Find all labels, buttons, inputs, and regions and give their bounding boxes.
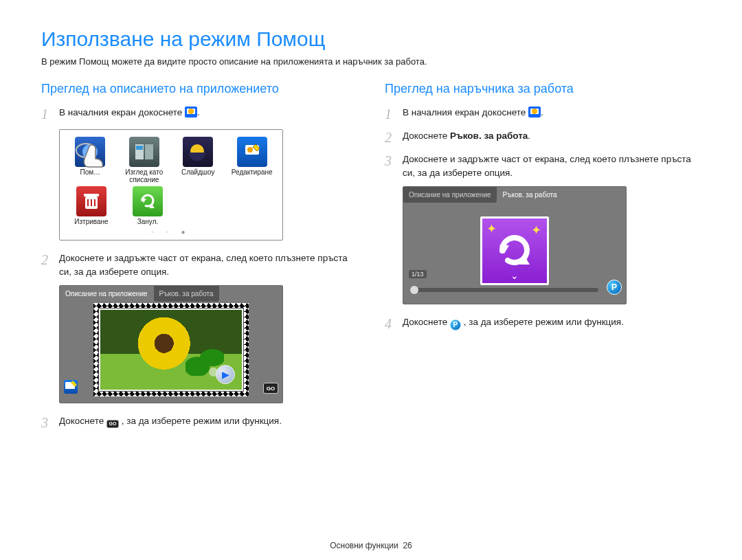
- sparkle-icon: ✦: [486, 221, 497, 236]
- svg-rect-7: [136, 146, 143, 150]
- step-number: 3: [385, 153, 403, 179]
- app-label: Слайдшоу: [175, 168, 222, 176]
- help-icon: [185, 107, 197, 117]
- step-text-part: Докоснете: [403, 131, 450, 141]
- app-label: Изглед като списание: [121, 168, 168, 183]
- svg-rect-12: [84, 194, 99, 197]
- svg-point-10: [247, 147, 253, 153]
- refresh-icon: [494, 230, 535, 271]
- left-heading: Преглед на описанието на приложението: [41, 82, 357, 96]
- chevron-down-icon: ⌄: [403, 270, 626, 280]
- left-step-1: 1 В началния екран докоснете .: [41, 106, 357, 122]
- step-number: 1: [41, 106, 59, 122]
- step-text: В началния екран докоснете .: [403, 106, 543, 122]
- step-text: В началния екран докоснете .: [59, 106, 200, 122]
- step-text-part: В началния екран докоснете: [403, 107, 528, 117]
- help-app-icon: [75, 137, 105, 167]
- step-number: 3: [41, 414, 59, 431]
- magazine-app-icon: [129, 137, 159, 167]
- help-icon: [528, 107, 541, 117]
- step-text-part: Докоснете: [59, 416, 106, 426]
- step-number: 4: [385, 315, 403, 332]
- intro-text: В режим Помощ можете да видите просто оп…: [41, 56, 701, 67]
- app-slideshow: Слайдшоу: [175, 137, 222, 183]
- left-step-2: 2 Докоснете и задръжте част от екрана, с…: [41, 251, 357, 278]
- app-label: Изтриване: [67, 218, 116, 225]
- app-reset: Занул.: [123, 186, 172, 225]
- play-icon: ▶: [216, 365, 235, 384]
- right-step-4: 4 Докоснете P , за да изберете режим или…: [385, 315, 701, 332]
- edit-app-icon: [237, 137, 267, 167]
- go-icon: GO: [106, 420, 119, 428]
- tab-description: Описание на приложение: [60, 286, 153, 302]
- step-text-part: Докоснете: [403, 317, 450, 327]
- photo-frame: ▶: [93, 303, 249, 396]
- right-heading: Преглед на наръчника за работа: [385, 82, 701, 96]
- app-label: Занул.: [123, 218, 172, 225]
- footer-page: 26: [403, 541, 412, 550]
- page-dots: · · ●: [67, 228, 276, 236]
- step-text: Докоснете GO , за да изберете режим или …: [59, 414, 282, 431]
- step-text-part: , за да изберете режим или функция.: [122, 416, 282, 426]
- go-badge-icon: GO: [263, 383, 278, 394]
- step-text-part: , за да изберете режим или функция.: [464, 317, 624, 327]
- right-column: Преглед на наръчника за работа 1 В начал…: [385, 82, 701, 438]
- right-step-2: 2 Докоснете Ръков. за работа.: [385, 129, 701, 146]
- edit-badge-icon: [64, 380, 78, 394]
- svg-rect-6: [145, 144, 153, 159]
- svg-point-2: [188, 109, 194, 114]
- app-help: Пом…: [67, 137, 114, 183]
- app-delete: Изтриване: [67, 186, 116, 225]
- p-icon: P: [450, 320, 461, 331]
- period: .: [541, 107, 543, 117]
- finger-icon: [72, 138, 113, 172]
- app-edit: Редактиране: [229, 137, 276, 183]
- step-number: 2: [41, 251, 59, 278]
- right-step-3: 3 Докоснете и задръжте част от екрана, с…: [385, 153, 701, 179]
- delete-app-icon: [76, 186, 106, 216]
- right-step-1: 1 В началния екран докоснете .: [385, 106, 701, 122]
- app-grid-screenshot: Пом… Изглед като списание Слайдшоу Редак…: [59, 129, 283, 240]
- reset-app-icon: [133, 186, 163, 216]
- period: .: [197, 107, 200, 117]
- slider: [410, 288, 598, 292]
- step-text-part: В началния екран докоснете: [59, 107, 185, 117]
- tab-manual: Ръков. за работа: [154, 286, 219, 302]
- sparkle-icon: ✦: [531, 223, 541, 238]
- sunflower-photo: ▶: [99, 309, 243, 391]
- left-column: Преглед на описанието на приложението 1 …: [41, 82, 357, 438]
- p-badge-icon: P: [607, 280, 622, 295]
- tab-manual: Ръков. за работа: [497, 187, 563, 203]
- app-label: Редактиране: [229, 168, 276, 176]
- footer: Основни функции 26: [0, 541, 742, 550]
- step-number: 1: [385, 106, 403, 122]
- tab-description: Описание на приложение: [403, 187, 497, 203]
- slideshow-app-icon: [183, 137, 213, 167]
- step-text: Докоснете и задръжте част от екрана, сле…: [403, 153, 701, 179]
- left-step-3: 3 Докоснете GO , за да изберете режим ил…: [41, 414, 357, 431]
- app-magazine: Изглед като списание: [121, 137, 168, 183]
- page-title: Използване на режим Помощ: [41, 27, 701, 51]
- step-text: Докоснете и задръжте част от екрана, сле…: [59, 251, 357, 278]
- step-number: 2: [385, 129, 403, 146]
- manual-screenshot: Описание на приложение Ръков. за работа …: [403, 186, 627, 304]
- description-screenshot: Описание на приложение Ръков. за работа …: [59, 285, 283, 403]
- step-text-bold: Ръков. за работа: [450, 131, 528, 141]
- step-text: Докоснете Ръков. за работа.: [403, 129, 530, 146]
- footer-text: Основни функции: [330, 541, 398, 550]
- step-text: Докоснете P , за да изберете режим или ф…: [403, 315, 624, 332]
- svg-point-21: [532, 109, 537, 114]
- step-text-part: .: [528, 131, 530, 141]
